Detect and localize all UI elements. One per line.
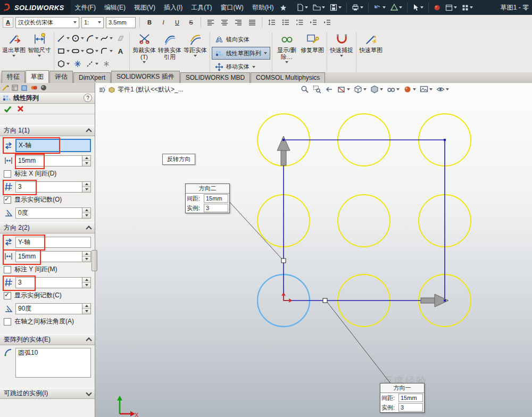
direction2-handle[interactable] [281, 258, 286, 263]
offset-entities-button[interactable]: 等距实体 [182, 31, 208, 73]
text-tool[interactable]: A [113, 45, 128, 57]
configuration-tab-icon[interactable] [21, 84, 28, 91]
spin-down-icon[interactable] [82, 257, 90, 262]
spin-down-icon[interactable] [82, 283, 90, 288]
tab-dimxpert[interactable]: DimXpert [73, 72, 111, 83]
direction2-section-header[interactable]: 方向 2(2) [0, 222, 95, 233]
justify-icon[interactable] [246, 16, 258, 28]
linear-pattern-caret-icon[interactable] [264, 52, 267, 54]
sketch-vertex[interactable] [444, 299, 446, 302]
display-manager-tab-icon[interactable] [40, 84, 47, 91]
dir2-count-value[interactable]: 3 [15, 277, 82, 288]
exit-sketch-caret-icon[interactable] [12, 55, 15, 57]
pattern-circle[interactable] [338, 195, 390, 247]
dir1-count-value[interactable]: 3 [15, 181, 82, 193]
scale-select[interactable]: 1: [81, 17, 104, 28]
instances-value-field[interactable]: 3 [204, 204, 228, 212]
direction1-section-header[interactable]: 方向 1(1) [0, 125, 95, 136]
entities-list[interactable]: 圆弧10 [15, 348, 91, 378]
dir2-angle-stepper[interactable]: 90度 [15, 303, 91, 314]
spin-down-icon[interactable] [82, 187, 90, 192]
fillet-caret-icon[interactable] [110, 50, 113, 52]
indent-increase-icon[interactable] [321, 16, 333, 28]
slot-tool[interactable] [70, 45, 85, 57]
dir1-axis-field[interactable]: X-轴 [15, 139, 91, 152]
expand-chevron-icon[interactable] [86, 390, 92, 396]
number-list-icon[interactable] [294, 16, 305, 28]
apply-scene-icon[interactable] [420, 85, 433, 94]
dir1-show-count-checkbox-row[interactable]: 显示实例记数(O) [4, 195, 91, 204]
section-view-icon[interactable] [337, 85, 350, 94]
tab-addins[interactable]: SOLIDWORKS 插件 [111, 71, 180, 83]
circle-tool[interactable] [70, 32, 85, 45]
display-style-icon[interactable] [370, 85, 383, 94]
reverse-direction-icon[interactable] [4, 237, 13, 247]
dir1-dim-spacing-checkbox[interactable] [4, 170, 11, 178]
point-tool[interactable] [70, 57, 85, 70]
menu-tools[interactable]: 工具(T) [187, 0, 216, 15]
display-delete-relations-button[interactable]: 显示/删除… [274, 31, 300, 73]
dir1-angle-value[interactable]: 0度 [15, 207, 82, 219]
hide-show-items-icon[interactable] [387, 85, 400, 94]
view-settings-icon[interactable] [436, 85, 449, 94]
entities-list-item[interactable]: 圆弧10 [18, 349, 88, 357]
move-entities-button[interactable]: 移动实体 [212, 60, 270, 73]
reverse-direction-icon[interactable] [4, 141, 13, 151]
collapse-chevron-icon[interactable] [86, 226, 92, 231]
quick-snaps-button[interactable]: 快速捕捉 [329, 31, 354, 73]
tab-sketch[interactable]: 草图 [26, 70, 49, 83]
menu-file[interactable]: 文件(F) [71, 0, 100, 15]
edit-appearance-icon[interactable] [403, 85, 416, 94]
font-format-icon[interactable]: A [3, 17, 13, 28]
trim-entities-button[interactable]: 剪裁实体(T) [131, 31, 157, 73]
rebuild-icon[interactable] [389, 2, 404, 13]
dir2-dim-spacing-checkbox[interactable] [4, 266, 11, 273]
fillet-tool[interactable] [99, 45, 113, 57]
move-entities-caret-icon[interactable] [252, 66, 255, 68]
dir2-spacing-value[interactable]: 15mm [15, 251, 82, 262]
panel-splitter-grip[interactable] [92, 250, 97, 271]
align-right-icon[interactable] [232, 16, 244, 28]
favorites-star-icon[interactable] [278, 2, 288, 13]
dir1-dim-spacing-checkbox-row[interactable]: 标注 X 间距(D) [4, 169, 91, 178]
dimxpert-tab-icon[interactable] [30, 84, 38, 91]
text-height-field[interactable]: 3.5mm [106, 17, 136, 28]
dir2-show-count-checkbox-row[interactable]: 显示实例记数(C) [4, 291, 91, 300]
dir1-count-spin-buttons[interactable] [82, 181, 91, 193]
dir2-angle-spin-buttons[interactable] [82, 303, 91, 314]
menu-insert[interactable]: 插入(I) [160, 0, 187, 15]
bold-button[interactable]: B [144, 16, 155, 28]
spin-up-icon[interactable] [82, 208, 90, 213]
circle-caret-icon[interactable] [81, 37, 84, 39]
construction-caret-icon[interactable] [95, 63, 98, 65]
trim-caret-icon[interactable] [143, 61, 146, 63]
indent-decrease-icon[interactable] [307, 16, 319, 28]
graphics-area[interactable]: X 零件1 (默认<<默认>_... 反转方向 百度经验 方向二 间距: 15m… [95, 83, 532, 417]
spin-up-icon[interactable] [82, 156, 90, 161]
spin-up-icon[interactable] [82, 304, 90, 309]
drawing-frame-icon[interactable] [444, 2, 459, 13]
options-grid-icon[interactable] [460, 2, 475, 13]
display-delete-caret-icon[interactable] [285, 61, 288, 63]
select-arrow-icon[interactable] [411, 2, 425, 13]
collapse-chevron-icon[interactable] [86, 337, 92, 343]
linear-sketch-pattern-button[interactable]: 线性草图阵列 [212, 47, 270, 60]
dir2-dim-spacing-checkbox-row[interactable]: 标注 Y 间距(M) [4, 265, 91, 274]
sketch-vertex[interactable] [282, 139, 285, 141]
save-icon[interactable] [328, 2, 343, 13]
cancel-x-icon[interactable] [17, 105, 24, 112]
spin-up-icon[interactable] [82, 252, 90, 257]
line-caret-icon[interactable] [66, 37, 70, 39]
dir1-angle-spin-buttons[interactable] [82, 207, 91, 219]
part-tree-node-label[interactable]: 零件1 (默认<<默认>_... [118, 85, 184, 94]
spin-down-icon[interactable] [82, 161, 90, 166]
pm-help-button[interactable]: ? [84, 94, 92, 102]
strike-button[interactable]: S [185, 16, 197, 28]
zoom-fit-icon[interactable] [301, 85, 309, 94]
convert-entities-button[interactable]: 转换实体引用 [157, 31, 182, 73]
spin-down-icon[interactable] [82, 213, 90, 218]
property-manager-tab-icon[interactable] [11, 84, 19, 91]
smart-dimension-button[interactable]: 智能尺寸 [27, 31, 52, 73]
zoom-area-icon[interactable] [313, 85, 321, 94]
dir2-spacing-stepper[interactable]: 15mm [15, 251, 91, 262]
